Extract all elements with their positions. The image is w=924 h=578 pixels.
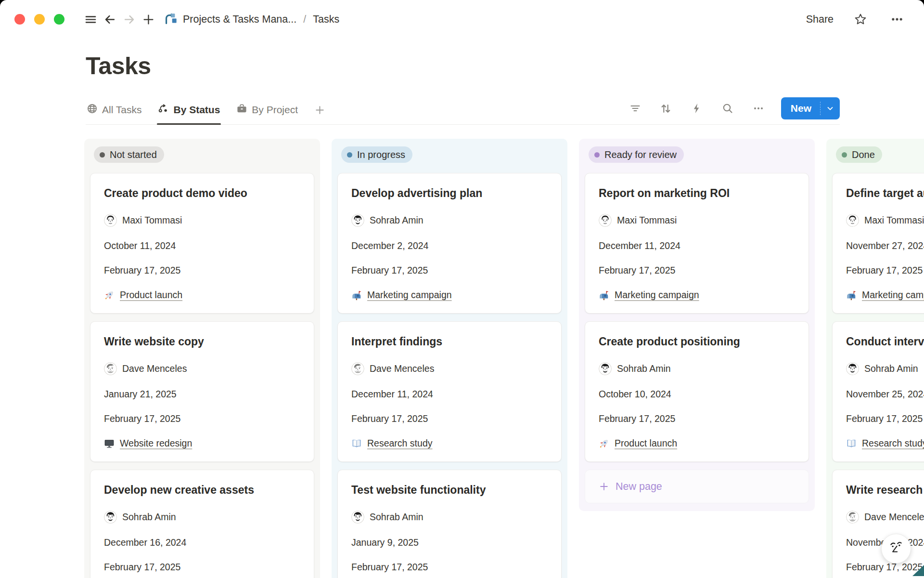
project-link[interactable]: Research study: [367, 438, 432, 449]
monitor-icon: [104, 438, 115, 449]
lightning-icon[interactable]: [689, 100, 705, 117]
traffic-lights: [14, 14, 64, 25]
column-header-pill[interactable]: In progress: [341, 146, 412, 163]
new-page-label: New page: [616, 481, 662, 493]
project-row: Marketing campaign: [351, 289, 548, 301]
forward-icon[interactable]: [119, 10, 139, 29]
column-header-label: In progress: [357, 149, 405, 160]
card[interactable]: Develop advertising planSohrab AminDecem…: [337, 173, 562, 314]
card[interactable]: Create product demo videoMaxi TommasiOct…: [90, 173, 314, 314]
mailbox-icon: [846, 290, 857, 301]
card[interactable]: Create product positioningSohrab AminOct…: [585, 321, 809, 462]
view-more-icon[interactable]: [750, 100, 767, 117]
project-icon: [163, 12, 178, 27]
date-2: February 17, 2025: [104, 265, 300, 276]
book-icon: [351, 438, 362, 449]
sohrab-avatar: [599, 362, 612, 375]
column-header-pill[interactable]: Not started: [94, 146, 164, 163]
close-window-button[interactable]: [14, 14, 25, 25]
project-link[interactable]: Research study: [862, 438, 924, 449]
assignee-row: Maxi Tommasi: [846, 214, 924, 227]
date-2: February 17, 2025: [846, 413, 924, 424]
maxi-avatar: [104, 214, 117, 227]
tab-by-project[interactable]: By Project: [235, 97, 299, 124]
card[interactable]: Report on marketing ROIMaxi TommasiDecem…: [585, 173, 809, 314]
date-1: December 2, 2024: [351, 240, 548, 251]
column-done: DoneDefine target audienceMaxi TommasiNo…: [826, 139, 924, 578]
date-1: October 10, 2024: [599, 389, 795, 400]
status-dot: [347, 152, 352, 158]
card[interactable]: Write website copyDave MencelesJanuary 2…: [90, 321, 314, 462]
back-icon[interactable]: [100, 10, 119, 29]
status-icon: [158, 103, 169, 117]
star-icon[interactable]: [851, 10, 870, 29]
assignee-row: Maxi Tommasi: [104, 214, 300, 227]
window-titlebar: Projects & Tasks Mana... / Tasks Share: [0, 0, 924, 39]
assignee-name: Maxi Tommasi: [617, 215, 677, 226]
project-link[interactable]: Product launch: [615, 438, 677, 449]
page-title: Tasks: [86, 51, 924, 81]
date-1: January 9, 2025: [351, 537, 548, 548]
sohrab-avatar: [846, 362, 859, 375]
assignee-row: Dave Menceles: [351, 362, 548, 375]
new-button[interactable]: New: [781, 97, 840, 119]
share-button[interactable]: Share: [806, 13, 834, 26]
card-title: Test website functionality: [351, 483, 548, 497]
breadcrumb-parent[interactable]: Projects & Tasks Mana...: [183, 13, 296, 26]
assignee-row: Sohrab Amin: [351, 511, 548, 524]
project-link[interactable]: Marketing campaign: [367, 289, 452, 301]
column-header-pill[interactable]: Done: [836, 146, 882, 163]
card-title: Write website copy: [104, 334, 300, 349]
search-icon[interactable]: [719, 100, 736, 117]
card-title: Develop new creative assets: [104, 483, 300, 497]
project-row: Website redesign: [104, 438, 300, 449]
card-title: Develop advertising plan: [351, 186, 548, 200]
card[interactable]: Define target audienceMaxi TommasiNovemb…: [832, 173, 924, 314]
project-link[interactable]: Marketing campaign: [615, 289, 699, 301]
assignee-name: Sohrab Amin: [122, 512, 176, 523]
minimize-window-button[interactable]: [34, 14, 45, 25]
card[interactable]: Write research reportDave MencelesNovemb…: [832, 470, 924, 578]
mailbox-icon: [351, 290, 362, 301]
status-dot: [100, 152, 105, 158]
card-title: Create product demo video: [104, 186, 300, 200]
assignee-row: Sohrab Amin: [599, 362, 795, 375]
card[interactable]: Develop new creative assetsSohrab AminDe…: [90, 470, 314, 578]
tab-all-tasks[interactable]: All Tasks: [86, 97, 142, 124]
assignee-name: Sohrab Amin: [370, 215, 424, 226]
assignee-name: Sohrab Amin: [370, 512, 424, 523]
assignee-name: Sohrab Amin: [864, 363, 918, 374]
app-window: Projects & Tasks Mana... / Tasks Share T…: [0, 0, 924, 578]
dave-avatar: [846, 511, 859, 524]
sohrab-avatar: [351, 214, 364, 227]
menu-icon[interactable]: [81, 10, 100, 29]
add-view-icon[interactable]: [313, 99, 326, 123]
breadcrumb: Projects & Tasks Mana... / Tasks: [163, 12, 339, 27]
project-link[interactable]: Product launch: [120, 289, 182, 301]
new-tab-icon[interactable]: [139, 10, 158, 29]
dave-avatar: [351, 362, 364, 375]
sort-icon[interactable]: [658, 100, 674, 117]
maxi-avatar: [599, 214, 612, 227]
date-2: February 17, 2025: [351, 413, 548, 424]
more-icon[interactable]: [887, 10, 907, 29]
chevron-down-icon[interactable]: [821, 97, 840, 119]
project-link[interactable]: Marketing campaign: [862, 289, 924, 301]
status-dot: [594, 152, 600, 158]
assignee-row: Sohrab Amin: [351, 214, 548, 227]
kanban-board: Not startedCreate product demo videoMaxi…: [0, 139, 924, 578]
zoom-window-button[interactable]: [54, 14, 64, 25]
tab-by-status[interactable]: By Status: [157, 97, 221, 124]
card[interactable]: Test website functionalitySohrab AminJan…: [337, 470, 562, 578]
ai-assistant-button[interactable]: [881, 534, 911, 564]
card[interactable]: Conduct interviewsSohrab AminNovember 25…: [832, 321, 924, 462]
card-title: Report on marketing ROI: [599, 186, 795, 200]
breadcrumb-current[interactable]: Tasks: [313, 13, 339, 26]
card[interactable]: Interpret findingsDave MencelesDecember …: [337, 321, 562, 462]
date-1: December 11, 2024: [599, 240, 795, 251]
column-header-pill[interactable]: Ready for review: [589, 146, 684, 163]
new-page-button[interactable]: New page: [585, 470, 809, 503]
filter-icon[interactable]: [627, 100, 643, 117]
project-link[interactable]: Website redesign: [120, 438, 192, 449]
date-1: January 21, 2025: [104, 389, 300, 400]
